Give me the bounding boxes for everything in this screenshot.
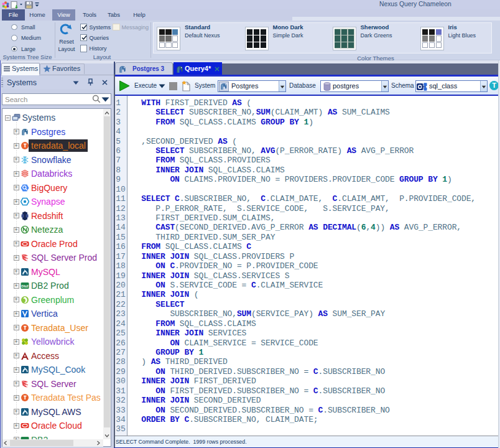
svg-text:Db2: Db2 bbox=[21, 284, 29, 288]
